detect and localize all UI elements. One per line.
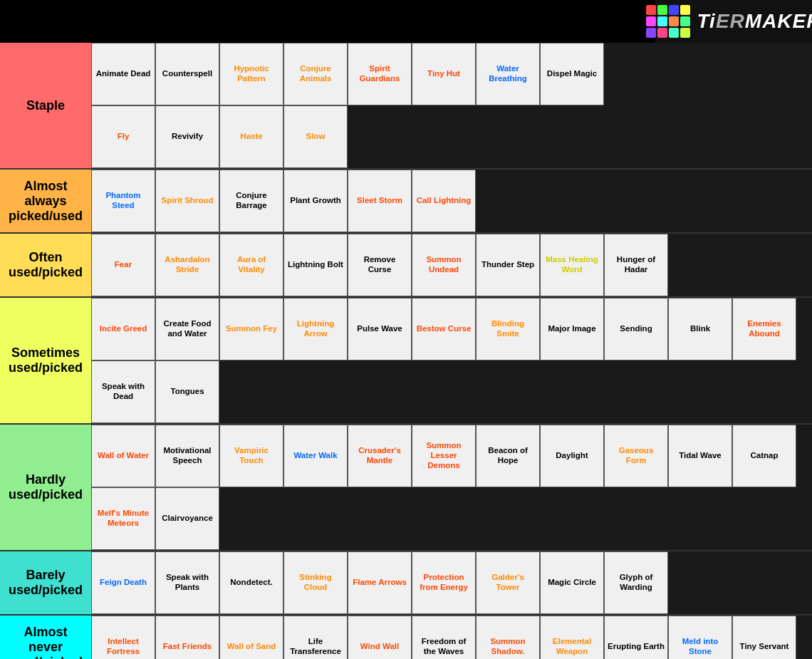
- logo-dot: [669, 5, 679, 15]
- card-revivify[interactable]: Revivify: [155, 105, 219, 168]
- card-lightning-arrow[interactable]: Lightning Arrow: [283, 298, 348, 360]
- tier-content-sometimes: Incite GreedCreate Food and WaterSummon …: [91, 298, 812, 423]
- card-magic-circle[interactable]: Magic Circle: [540, 551, 604, 614]
- card-daylight[interactable]: Daylight: [540, 425, 604, 487]
- card-spirit-guardians[interactable]: Spirit Guardians: [348, 43, 412, 105]
- card-plant-growth[interactable]: Plant Growth: [283, 170, 348, 232]
- tier-row-often: Often used/pickedFearAshardalon StrideAu…: [0, 234, 812, 298]
- logo-dot: [669, 28, 679, 38]
- card-bestow-curse[interactable]: Bestow Curse: [412, 298, 476, 360]
- card-crusader's-mantle[interactable]: Crusader's Mantle: [348, 425, 412, 487]
- card-hypnotic-pattern[interactable]: Hypnotic Pattern: [219, 43, 283, 105]
- content-subrow-barely-0: Feign DeathSpeak with PlantsNondetect.St…: [91, 551, 668, 614]
- app-container: TiERMAKER StapleAnimate DeadCounterspell…: [0, 0, 812, 659]
- tier-row-sometimes: Sometimes used/pickedIncite GreedCreate …: [0, 298, 812, 425]
- card-wall-of-water[interactable]: Wall of Water: [91, 425, 155, 487]
- card-ashardalon-stride[interactable]: Ashardalon Stride: [155, 234, 219, 296]
- card-summon-fey[interactable]: Summon Fey: [219, 298, 283, 360]
- card-tidal-wave[interactable]: Tidal Wave: [668, 425, 732, 487]
- logo-text: TiERMAKER: [697, 10, 812, 33]
- card-tiny-hut[interactable]: Tiny Hut: [412, 43, 476, 105]
- card-counterspell[interactable]: Counterspell: [155, 43, 219, 105]
- card-meld-into-stone[interactable]: Meld into Stone: [668, 616, 732, 659]
- card-beacon-of-hope[interactable]: Beacon of Hope: [476, 425, 540, 487]
- content-subrow-hardly-0: Wall of WaterMotivational SpeechVampiric…: [91, 425, 796, 487]
- logo-dot: [646, 28, 656, 38]
- card-feign-death[interactable]: Feign Death: [91, 551, 155, 614]
- tier-label-sometimes: Sometimes used/picked: [0, 298, 91, 423]
- card-hunger-of-hadar[interactable]: Hunger of Hadar: [604, 234, 668, 296]
- card-water-breathing[interactable]: Water Breathing: [476, 43, 540, 105]
- card-speak-with-dead[interactable]: Speak with Dead: [91, 360, 155, 423]
- logo-dot: [680, 5, 690, 15]
- card-flame-arrows[interactable]: Flame Arrows: [348, 551, 412, 614]
- card-protection-from-energy[interactable]: Protection from Energy: [412, 551, 476, 614]
- card-wall-of-sand[interactable]: Wall of Sand: [219, 616, 283, 659]
- tier-label-hardly: Hardly used/picked: [0, 425, 91, 550]
- card-sleet-storm[interactable]: Sleet Storm: [348, 170, 412, 232]
- content-subrow-often-0: FearAshardalon StrideAura of VitalityLig…: [91, 234, 668, 296]
- header: TiERMAKER: [0, 0, 812, 43]
- card-freedom-of-the-waves[interactable]: Freedom of the Waves: [412, 616, 476, 659]
- tier-content-barely: Feign DeathSpeak with PlantsNondetect.St…: [91, 551, 812, 614]
- card-sending[interactable]: Sending: [604, 298, 668, 360]
- card-elemental-weapon[interactable]: Elemental Weapon: [540, 616, 604, 659]
- card-fear[interactable]: Fear: [91, 234, 155, 296]
- logo-dot: [657, 5, 667, 15]
- card-aura-of-vitality[interactable]: Aura of Vitality: [219, 234, 283, 296]
- card-haste[interactable]: Haste: [219, 105, 283, 168]
- card-spirit-shroud[interactable]: Spirit Shroud: [155, 170, 219, 232]
- card-conjure-animals[interactable]: Conjure Animals: [283, 43, 348, 105]
- card-blinding-smite[interactable]: Blinding Smite: [476, 298, 540, 360]
- card-enemies-abound[interactable]: Enemies Abound: [732, 298, 796, 360]
- card-blink[interactable]: Blink: [668, 298, 732, 360]
- card-animate-dead[interactable]: Animate Dead: [91, 43, 155, 105]
- logo-grid: [646, 5, 690, 38]
- card-dispel-magic[interactable]: Dispel Magic: [540, 43, 604, 105]
- card-water-walk[interactable]: Water Walk: [283, 425, 348, 487]
- card-summon-shadow.[interactable]: Summon Shadow.: [476, 616, 540, 659]
- card-fast-friends[interactable]: Fast Friends: [155, 616, 219, 659]
- card-slow[interactable]: Slow: [283, 105, 348, 168]
- card-motivational-speech[interactable]: Motivational Speech: [155, 425, 219, 487]
- card-tiny-servant[interactable]: Tiny Servant: [732, 616, 796, 659]
- card-summon-undead[interactable]: Summon Undead: [412, 234, 476, 296]
- card-melf's-minute-meteors[interactable]: Melf's Minute Meteors: [91, 487, 155, 550]
- card-mass-healing-word[interactable]: Mass Healing Word: [540, 234, 604, 296]
- tier-label-almost-always: Almost always picked/used: [0, 170, 91, 232]
- card-galder's-tower[interactable]: Galder's Tower: [476, 551, 540, 614]
- card-nondetect.[interactable]: Nondetect.: [219, 551, 283, 614]
- card-clairvoyance[interactable]: Clairvoyance: [155, 487, 219, 550]
- card-tongues[interactable]: Tongues: [155, 360, 219, 423]
- card-glyph-of-warding[interactable]: Glyph of Warding: [604, 551, 668, 614]
- card-gaseous-form[interactable]: Gaseous Form: [604, 425, 668, 487]
- card-fly[interactable]: Fly: [91, 105, 155, 168]
- tier-label-staple: Staple: [0, 43, 91, 168]
- card-lightning-bolt[interactable]: Lightning Bolt: [283, 234, 348, 296]
- card-speak-with-plants[interactable]: Speak with Plants: [155, 551, 219, 614]
- tier-row-almost-always: Almost always picked/usedPhantom SteedSp…: [0, 170, 812, 234]
- card-wind-wall[interactable]: Wind Wall: [348, 616, 412, 659]
- card-incite-greed[interactable]: Incite Greed: [91, 298, 155, 360]
- card-major-image[interactable]: Major Image: [540, 298, 604, 360]
- content-subrow-staple-1: FlyRevivifyHasteSlow: [91, 105, 348, 168]
- card-call-lightning[interactable]: Call Lightning: [412, 170, 476, 232]
- tier-row-hardly: Hardly used/pickedWall of WaterMotivatio…: [0, 425, 812, 551]
- card-create-food-and-water[interactable]: Create Food and Water: [155, 298, 219, 360]
- card-thunder-step[interactable]: Thunder Step: [476, 234, 540, 296]
- card-conjure-barrage[interactable]: Conjure Barrage: [219, 170, 283, 232]
- logo-dot: [680, 16, 690, 26]
- tier-content-almost-always: Phantom SteedSpirit ShroudConjure Barrag…: [91, 170, 812, 232]
- card-summon-lesser-demons[interactable]: Summon Lesser Demons: [412, 425, 476, 487]
- card-intellect-fortress[interactable]: Intellect Fortress: [91, 616, 155, 659]
- card-vampiric-touch[interactable]: Vampiric Touch: [219, 425, 283, 487]
- card-life-transference[interactable]: Life Transference: [283, 616, 348, 659]
- card-stinking-cloud[interactable]: Stinking Cloud: [283, 551, 348, 614]
- card-remove-curse[interactable]: Remove Curse: [348, 234, 412, 296]
- content-subrow-almost-never-0: Intellect FortressFast FriendsWall of Sa…: [91, 616, 796, 659]
- card-erupting-earth[interactable]: Erupting Earth: [604, 616, 668, 659]
- tier-label-often: Often used/picked: [0, 234, 91, 296]
- card-pulse-wave[interactable]: Pulse Wave: [348, 298, 412, 360]
- card-catnap[interactable]: Catnap: [732, 425, 796, 487]
- card-phantom-steed[interactable]: Phantom Steed: [91, 170, 155, 232]
